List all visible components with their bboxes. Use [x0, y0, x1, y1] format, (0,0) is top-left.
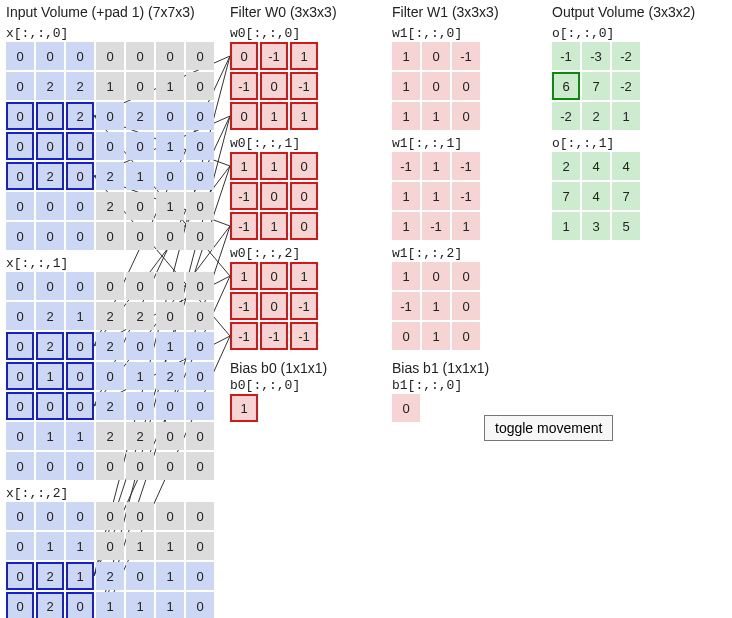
input-title: Input Volume (+pad 1) (7x7x3) [6, 4, 214, 20]
cell: 0 [156, 42, 184, 70]
cell: 0 [36, 222, 64, 250]
cell: 1 [552, 212, 580, 240]
cell: 0 [96, 362, 124, 390]
cell: 1 [422, 102, 450, 130]
cell: 2 [156, 362, 184, 390]
cell: -1 [422, 212, 450, 240]
cell: 0 [156, 222, 184, 250]
cell: 0 [452, 292, 480, 320]
cell: 1 [290, 42, 318, 70]
cell: 0 [126, 392, 154, 420]
bias-b0-matrix: 1 [230, 394, 337, 422]
cell: 1 [126, 532, 154, 560]
cell: 1 [392, 182, 420, 210]
cell: 0 [290, 182, 318, 210]
cell: -1 [290, 292, 318, 320]
cell: 0 [126, 132, 154, 160]
cell: 1 [230, 152, 258, 180]
cell: 1 [66, 422, 94, 450]
cell: 2 [66, 72, 94, 100]
cell: 0 [186, 72, 214, 100]
cell: 0 [230, 102, 258, 130]
cell: 0 [36, 102, 64, 130]
cell: 0 [392, 322, 420, 350]
cell: -1 [230, 182, 258, 210]
cell: 0 [126, 42, 154, 70]
cell: 1 [156, 592, 184, 618]
cell: 1 [156, 72, 184, 100]
cell: 1 [96, 592, 124, 618]
cell: 0 [156, 422, 184, 450]
cell: 0 [66, 452, 94, 480]
cell: 0 [186, 592, 214, 618]
cell: -1 [290, 322, 318, 350]
cell: 2 [582, 102, 610, 130]
cell: 0 [156, 272, 184, 300]
cell: -1 [230, 292, 258, 320]
cell: 0 [66, 42, 94, 70]
cell: -1 [452, 182, 480, 210]
bias-b1-title: Bias b1 (1x1x1) [392, 360, 499, 376]
cell: 0 [6, 42, 34, 70]
cell: -1 [552, 42, 580, 70]
cell: 0 [96, 532, 124, 560]
cell: 1 [230, 394, 258, 422]
bias-b1-label: b1[:,:,0] [392, 378, 499, 393]
cell: 0 [392, 394, 420, 422]
cell: 2 [552, 152, 580, 180]
cell: 0 [6, 532, 34, 560]
w1-slice-label: w1[:,:,0] [392, 26, 499, 41]
cell: 2 [96, 422, 124, 450]
cell: 0 [6, 272, 34, 300]
cell: 1 [66, 302, 94, 330]
cell: 1 [126, 592, 154, 618]
cell: 1 [422, 182, 450, 210]
cell: 0 [126, 192, 154, 220]
cell: 1 [260, 102, 288, 130]
cell: -1 [230, 212, 258, 240]
cell: 0 [66, 502, 94, 530]
cell: 0 [36, 132, 64, 160]
cell: 1 [260, 212, 288, 240]
cell: 0 [6, 132, 34, 160]
cell: 0 [6, 192, 34, 220]
cell: 0 [36, 42, 64, 70]
cell: 1 [96, 72, 124, 100]
cell: 1 [156, 132, 184, 160]
cell: 1 [156, 562, 184, 590]
cell: 0 [186, 532, 214, 560]
cell: 0 [156, 302, 184, 330]
cell: 0 [156, 392, 184, 420]
cell: 6 [552, 72, 580, 100]
cell: 0 [290, 212, 318, 240]
cell: 0 [6, 422, 34, 450]
cell: 0 [6, 502, 34, 530]
cell: 0 [6, 302, 34, 330]
cell: -2 [612, 42, 640, 70]
cell: 1 [260, 152, 288, 180]
cell: 0 [96, 272, 124, 300]
cell: 0 [126, 222, 154, 250]
cell: 0 [156, 502, 184, 530]
input-matrix: 0000000021220002020100100120000200001122… [6, 272, 214, 480]
cell: 0 [6, 162, 34, 190]
cell: 1 [66, 532, 94, 560]
cell: 0 [452, 262, 480, 290]
cell: 0 [126, 272, 154, 300]
cell: 0 [452, 322, 480, 350]
output-title: Output Volume (3x3x2) [552, 4, 695, 20]
cell: 0 [66, 132, 94, 160]
cell: 0 [36, 452, 64, 480]
w0-matrix: 0-11-10-1011 [230, 42, 337, 130]
output-column: Output Volume (3x3x2) o[:,:,0]-1-3-267-2… [552, 4, 695, 240]
w1-matrix: 100-110010 [392, 262, 499, 350]
cell: -1 [392, 292, 420, 320]
cell: 0 [6, 332, 34, 360]
cell: 0 [156, 102, 184, 130]
w0-slice-label: w0[:,:,1] [230, 136, 337, 151]
toggle-movement-button[interactable]: toggle movement [484, 415, 613, 441]
cell: 2 [96, 192, 124, 220]
cell: 0 [96, 132, 124, 160]
cell: -1 [452, 42, 480, 70]
cell: 0 [36, 192, 64, 220]
